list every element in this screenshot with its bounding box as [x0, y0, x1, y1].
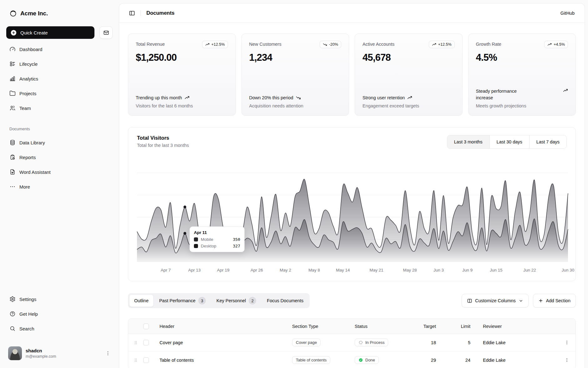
row-checkbox[interactable]	[143, 340, 149, 345]
sidebar-item-word-assistant[interactable]: Word Assistant	[5, 166, 114, 178]
user-menu-button[interactable]: shadcn m@example.com	[5, 344, 114, 363]
reviewer-value[interactable]: Eddie Lake	[483, 358, 558, 363]
limit-value[interactable]: 24	[449, 358, 483, 363]
gauge-icon	[9, 46, 16, 52]
row-header-text[interactable]: Table of contents	[157, 358, 292, 363]
trending-down-icon	[296, 95, 301, 100]
tab-past-performance[interactable]: Past Performance 3	[154, 294, 211, 307]
sidebar-item-data-library[interactable]: Data Library	[5, 136, 114, 149]
ellipsis-icon	[9, 184, 16, 190]
sidebar: Acme Inc. Quick Create Dashboard Lifecyc…	[0, 0, 119, 368]
users-icon	[9, 105, 16, 111]
target-value[interactable]: 18	[417, 340, 449, 345]
column-header: Limit	[449, 324, 483, 329]
limit-value[interactable]: 5	[449, 340, 483, 345]
sidebar-item-more[interactable]: More	[5, 180, 114, 193]
svg-text:Jun 30: Jun 30	[562, 268, 575, 272]
chart-title: Total Visitors	[137, 135, 189, 141]
user-name: shadcn	[26, 348, 56, 354]
sidebar-item-label: Word Assistant	[19, 169, 51, 175]
row-actions-button[interactable]	[558, 340, 575, 345]
trend-badge: +4.5%	[544, 41, 568, 48]
sidebar-item-label: Lifecycle	[19, 61, 38, 67]
row-checkbox[interactable]	[143, 357, 149, 363]
chart-bar-icon	[9, 75, 16, 82]
acme-logo-icon	[9, 10, 17, 17]
card-trend-text: Down 20% this period	[249, 95, 293, 101]
sidebar-toggle-button[interactable]	[127, 8, 137, 18]
card-value: 1,234	[249, 52, 342, 63]
sidebar-item-get-help[interactable]: Get Help	[5, 308, 114, 320]
table-controls: Outline Past Performance 3 Key Personnel…	[128, 293, 576, 308]
column-header: Section Type	[292, 324, 355, 329]
svg-text:Jun 9: Jun 9	[462, 268, 473, 272]
dots-vertical-icon	[105, 350, 111, 356]
range-last-3-months[interactable]: Last 3 months	[447, 135, 489, 148]
documents-section-label: Documents	[5, 126, 114, 132]
table-header-row: Header Section Type Status Target Limit …	[128, 319, 575, 334]
sidebar-item-settings[interactable]: Settings	[5, 293, 114, 305]
table-row: Table of contents Table of contents Done…	[128, 351, 575, 368]
main-content: Documents GitHub Total Revenue +12.5% $1…	[119, 3, 585, 368]
tab-focus-documents[interactable]: Focus Documents	[262, 294, 308, 307]
chevron-down-icon	[519, 298, 523, 303]
sidebar-item-analytics[interactable]: Analytics	[5, 72, 114, 85]
sidebar-item-team[interactable]: Team	[5, 102, 114, 114]
range-last-7-days[interactable]: Last 7 days	[529, 135, 566, 148]
drag-handle[interactable]	[128, 340, 143, 345]
svg-text:May 21: May 21	[369, 268, 383, 272]
trending-up-icon	[547, 42, 552, 47]
svg-text:Jun 15: Jun 15	[490, 268, 503, 272]
tab-count-badge: 2	[249, 297, 256, 304]
card-growth-rate: Growth Rate +4.5% 4.5% Steady performanc…	[468, 34, 576, 116]
select-all-checkbox[interactable]	[143, 324, 149, 329]
tab-outline[interactable]: Outline	[129, 294, 154, 307]
sidebar-item-label: Search	[19, 326, 34, 331]
svg-text:Apr 13: Apr 13	[188, 268, 201, 272]
brand-button[interactable]: Acme Inc.	[9, 8, 111, 19]
range-toggle-group: Last 3 months Last 30 days Last 7 days	[447, 135, 567, 149]
sidebar-footer-nav: Settings Get Help Search	[5, 293, 114, 337]
column-header: Header	[157, 324, 292, 329]
sidebar-item-label: Projects	[19, 91, 36, 96]
svg-text:Jun 3: Jun 3	[433, 268, 444, 272]
chart-tooltip: Apr 11 Mobile 350 Desktop 327	[190, 226, 245, 252]
card-subtext: Visitors for the last 6 months	[136, 103, 228, 108]
inbox-button[interactable]	[99, 26, 113, 39]
card-subtext: Engagement exceed targets	[362, 103, 455, 108]
sidebar-item-reports[interactable]: Reports	[5, 151, 114, 163]
brand-name: Acme Inc.	[20, 10, 48, 17]
tab-key-personnel[interactable]: Key Personnel 2	[211, 294, 261, 307]
quick-create-label: Quick Create	[20, 30, 48, 35]
tab-count-badge: 3	[198, 297, 206, 304]
quick-create-button[interactable]: Quick Create	[6, 26, 94, 39]
customize-columns-button[interactable]: Customize Columns	[462, 294, 529, 308]
list-details-icon	[9, 61, 16, 67]
row-actions-button[interactable]	[558, 357, 575, 363]
sidebar-item-search[interactable]: Search	[5, 322, 114, 335]
file-word-icon	[9, 169, 16, 175]
drag-handle[interactable]	[128, 358, 143, 363]
search-icon	[9, 325, 16, 332]
folder-icon	[9, 90, 16, 96]
user-email: m@example.com	[26, 354, 56, 359]
sidebar-item-label: Data Library	[19, 140, 45, 145]
panel-left-icon	[129, 10, 135, 16]
visitors-chart-canvas[interactable]: Apr 7Apr 13Apr 19Apr 26May 2May 8May 14M…	[137, 165, 567, 275]
sidebar-item-projects[interactable]: Projects	[5, 87, 114, 100]
github-link[interactable]: GitHub	[560, 11, 575, 16]
trending-down-icon	[323, 42, 327, 47]
reviewer-value[interactable]: Eddie Lake	[483, 340, 558, 345]
sidebar-item-dashboard[interactable]: Dashboard	[5, 43, 114, 55]
add-section-button[interactable]: Add Section	[533, 294, 576, 308]
sidebar-item-lifecycle[interactable]: Lifecycle	[5, 58, 114, 70]
svg-text:Jun 22: Jun 22	[523, 268, 536, 272]
help-circle-icon	[9, 311, 16, 317]
card-value: 45,678	[362, 52, 455, 63]
target-value[interactable]: 29	[417, 358, 449, 363]
row-header-text[interactable]: Cover page	[157, 340, 292, 345]
range-last-30-days[interactable]: Last 30 days	[489, 135, 529, 148]
desktop-swatch	[194, 244, 198, 248]
sidebar-item-label: Get Help	[19, 311, 38, 317]
main-nav: Dashboard Lifecycle Analytics Projects T…	[5, 43, 114, 114]
